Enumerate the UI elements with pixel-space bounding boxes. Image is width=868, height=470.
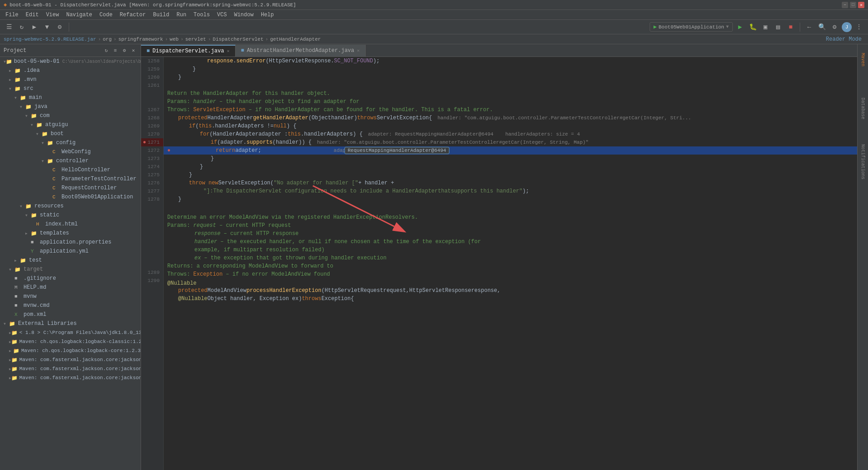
tree-boot[interactable]: ▼ 📁 boot — [0, 129, 141, 138]
collapse-icon[interactable]: ▶ — [29, 22, 40, 33]
tree-com[interactable]: ▼ 📁 com — [0, 111, 141, 120]
code-line-process2: @Nullable Object handler, Exception ex) … — [164, 295, 857, 303]
tree-app-yml[interactable]: Y application.yml — [0, 247, 141, 256]
search-everywhere-icon[interactable]: 🔍 — [816, 22, 827, 33]
right-sidebar: Maven Database Notifications — [857, 44, 868, 470]
expand-icon[interactable]: ▼ — [42, 22, 52, 33]
tree-jackson-databind[interactable]: ▶ 📁 Maven: com.fasterxml.jackson.core:ja… — [0, 373, 141, 382]
tree-boot-app[interactable]: C Boot05Web01Application — [0, 193, 141, 202]
tree-root[interactable]: ▼ 📁 boot-05-web-01 C:\Users\Jason\IdeaPr… — [0, 57, 141, 66]
tree-request-controller[interactable]: C RequestController — [0, 183, 141, 193]
settings-icon[interactable]: ⚙ — [54, 22, 65, 33]
project-collapse-icon[interactable]: ≡ — [112, 47, 119, 54]
tree-resources[interactable]: ▼ 📁 resources — [0, 202, 141, 211]
breadcrumb-part1[interactable]: spring-webmvc-5.2.9.RELEASE.jar — [4, 37, 96, 42]
menu-build[interactable]: Build — [149, 11, 173, 19]
tree-jdk[interactable]: ▶ 📁 < 1.8 > C:\Program Files\Java\jdk1.8… — [0, 328, 141, 337]
menu-edit[interactable]: Edit — [22, 11, 42, 19]
menu-code[interactable]: Code — [96, 11, 116, 19]
tree-target[interactable]: ▼ 📁 target — [0, 265, 141, 274]
tree-idea[interactable]: ▶ 📁 .idea — [0, 66, 141, 75]
sync-icon[interactable]: ↻ — [16, 22, 27, 33]
gutter-1270: 1270 — [141, 130, 163, 138]
menu-view[interactable]: View — [42, 11, 63, 19]
run-config-selector[interactable]: ▶ Boot05Web01Application ▼ — [650, 22, 733, 32]
menu-file[interactable]: File — [2, 11, 22, 19]
stop-button[interactable]: ■ — [785, 22, 796, 33]
toolbar-separator — [69, 23, 69, 32]
tree-controller[interactable]: ▼ 📁 controller — [0, 156, 141, 165]
gutter-1269: 1269 — [141, 122, 163, 130]
code-editor: 1258 1259 1260 1261 1267 1268 1269 1270 … — [141, 57, 857, 470]
back-button[interactable]: ← — [804, 22, 815, 33]
tree-static[interactable]: ▼ 📁 static — [0, 211, 141, 220]
tab-close-abstract[interactable]: ✕ — [357, 48, 360, 53]
debug-button[interactable]: 🐛 — [747, 22, 758, 33]
tree-jackson-core[interactable]: ▶ 📁 Maven: com.fasterxml.jackson.core:ja… — [0, 364, 141, 373]
breadcrumb-part7[interactable]: getHandlerAdapter — [270, 37, 321, 42]
avatar-icon[interactable]: J — [842, 22, 852, 32]
menu-run[interactable]: Run — [173, 11, 190, 19]
breadcrumb-part3[interactable]: springframework — [118, 37, 163, 42]
tree-atguigu[interactable]: ▼ 📁 atguigu — [0, 120, 141, 129]
tree-logback-core[interactable]: ▶ 📁 Maven: ch.qos.logback:logback-core:1… — [0, 346, 141, 355]
menu-vcs[interactable]: VCS — [213, 11, 231, 19]
adapter-tooltip: RequestMappingHandlerAdapter@6494 — [344, 147, 449, 154]
project-settings-icon[interactable]: ⚙ — [121, 47, 128, 54]
project-sync-icon[interactable]: ↻ — [103, 47, 110, 54]
tab-dispatcher-servlet[interactable]: ■ DispatcherServlet.java ✕ — [141, 45, 236, 56]
tree-helpmd[interactable]: M HELP.md — [0, 283, 141, 292]
tree-ext-libs[interactable]: ▼ 📁 External Libraries — [0, 319, 141, 328]
tab-close-dispatcher[interactable]: ✕ — [227, 48, 230, 54]
tree-mvn[interactable]: ▶ 📁 .mvn — [0, 75, 141, 84]
tree-main[interactable]: ▼ 📁 main — [0, 93, 141, 102]
breadcrumb-part2[interactable]: org — [103, 37, 112, 42]
toolbar: ☰ ↻ ▶ ▼ ⚙ ▶ Boot05Web01Application ▼ ▶ 🐛… — [0, 20, 868, 34]
profile-button[interactable]: ▤ — [773, 22, 783, 33]
breadcrumb-part4[interactable]: web — [170, 37, 179, 42]
tree-config[interactable]: ▼ 📁 config — [0, 138, 141, 147]
tree-jackson-annotations[interactable]: ▶ 📁 Maven: com.fasterxml.jackson.core:ja… — [0, 355, 141, 364]
database-icon[interactable]: Database — [859, 95, 868, 122]
minimize-button[interactable]: – — [842, 2, 848, 8]
close-button[interactable]: ✕ — [858, 2, 864, 8]
project-close-icon[interactable]: ✕ — [130, 47, 137, 54]
project-icon[interactable]: ☰ — [4, 22, 14, 33]
tab-abstract-handler[interactable]: ■ AbstractHandlerMethodAdapter.java ✕ — [236, 45, 366, 56]
notifications-icon[interactable]: Notifications — [859, 144, 868, 180]
tree-app-props[interactable]: ■ application.properties — [0, 238, 141, 247]
menu-help[interactable]: Help — [257, 11, 278, 19]
tree-hello-controller[interactable]: C HelloController — [0, 165, 141, 174]
tree-gitignore[interactable]: ■ .gitignore — [0, 274, 141, 283]
tree-test[interactable]: ▶ 📁 test — [0, 256, 141, 265]
menu-navigate[interactable]: Navigate — [62, 11, 96, 19]
maximize-button[interactable]: □ — [850, 2, 856, 8]
breadcrumb-part5[interactable]: servlet — [185, 37, 206, 42]
coverage-button[interactable]: ▣ — [760, 22, 771, 33]
code-line-1273: } — [164, 163, 857, 171]
code-line-1272: } — [164, 155, 857, 163]
code-content[interactable]: response.sendError(HttpServletResponse.S… — [164, 57, 857, 470]
tree-pomxml[interactable]: X pom.xml — [0, 310, 141, 319]
menubar: File Edit View Navigate Code Refactor Bu… — [0, 10, 868, 20]
gutter-1275: 1275 — [141, 171, 163, 179]
tree-webconfig[interactable]: C WebConfig — [0, 147, 141, 156]
maven-icon[interactable]: Maven — [859, 46, 868, 73]
tree-templates[interactable]: ▶ 📁 templates — [0, 229, 141, 238]
run-button[interactable]: ▶ — [735, 22, 745, 33]
tree-logback-classic[interactable]: ▶ 📁 Maven: ch.qos.logback:logback-classi… — [0, 337, 141, 346]
tree-src[interactable]: ▼ 📁 src — [0, 84, 141, 93]
breadcrumb-part6[interactable]: DispatcherServlet — [213, 37, 264, 42]
menu-window[interactable]: Window — [231, 11, 257, 19]
tree-java[interactable]: ▼ 📁 java — [0, 102, 141, 111]
menu-refactor[interactable]: Refactor — [116, 11, 150, 19]
menu-tools[interactable]: Tools — [190, 11, 213, 19]
tree-mvnw-cmd[interactable]: ■ mvnw.cmd — [0, 301, 141, 310]
tree-parameter-controller[interactable]: C ParameterTestController — [0, 174, 141, 183]
tree-index-html[interactable]: H index.html — [0, 220, 141, 229]
find-action-icon[interactable]: ⚙ — [829, 22, 840, 33]
more-icon[interactable]: ⋮ — [854, 22, 864, 33]
code-line-1267: protected HandlerAdapter getHandlerAdapt… — [164, 114, 857, 122]
tree-mvnw[interactable]: ■ mvnw — [0, 292, 141, 301]
titlebar-title: ◆ boot-05-web-01 - DispatcherServlet.jav… — [4, 1, 296, 8]
